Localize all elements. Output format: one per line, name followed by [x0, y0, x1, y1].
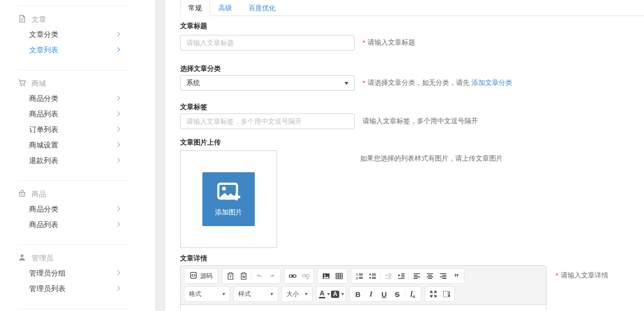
- bold-icon: B: [355, 291, 361, 298]
- editor-content-area[interactable]: [181, 304, 546, 311]
- toolbar-separator: [405, 290, 405, 298]
- dropdown-caret-icon: [341, 293, 344, 297]
- add-image-button[interactable]: 添加图片: [202, 172, 255, 226]
- remove-format-button[interactable]: Ix: [406, 288, 419, 300]
- sidebar-section-label: 管理员: [32, 254, 53, 263]
- select-caret-icon: [345, 82, 348, 87]
- insert-image-button[interactable]: [319, 270, 332, 282]
- sidebar-section-admin: 管理员 管理员分组 管理员列表: [0, 245, 155, 303]
- tab-general[interactable]: 常规: [180, 0, 210, 16]
- sidebar-item-article-category[interactable]: 文章分类: [0, 27, 155, 42]
- dropdown-caret-icon: [270, 293, 273, 297]
- svg-text:1: 1: [356, 273, 358, 276]
- underline-button[interactable]: U: [378, 288, 391, 300]
- chevron-right-icon: [116, 270, 120, 275]
- add-image-icon: [217, 182, 240, 204]
- styles-dropdown[interactable]: 样式: [233, 286, 278, 302]
- sidebar-section-system: 系统 基本信息: [0, 309, 155, 311]
- tab-advanced[interactable]: 高级: [210, 0, 240, 16]
- required-asterisk: *: [363, 39, 365, 47]
- indent-button[interactable]: [395, 270, 408, 282]
- sidebar-item-article-list[interactable]: 文章列表: [0, 42, 155, 58]
- sidebar-section-article-header: 文章: [0, 12, 155, 27]
- category-select[interactable]: 系统: [180, 75, 355, 91]
- chevron-right-icon: [116, 127, 120, 131]
- sidebar-section-label: 商品: [32, 190, 46, 199]
- chevron-right-icon: [116, 111, 120, 116]
- sidebar-section-mall: 商城 商品分类 商品列表 订单列表 商城设置 退款列表: [0, 70, 155, 175]
- blockquote-button[interactable]: ”: [449, 270, 462, 282]
- outdent-button[interactable]: [381, 270, 395, 282]
- article-icon: [18, 15, 26, 24]
- svg-text:2: 2: [356, 277, 358, 280]
- ordered-list-button[interactable]: 12: [353, 270, 366, 282]
- category-hint: * 请选择文章分类，如无分类，请先 添加文章分类: [363, 79, 512, 87]
- paste-word-button[interactable]: W: [237, 270, 250, 282]
- italic-button[interactable]: I: [364, 288, 378, 300]
- strikethrough-button[interactable]: S: [391, 288, 404, 300]
- sidebar-section-goods-header: 商品: [0, 187, 155, 201]
- chevron-right-icon: [116, 206, 120, 211]
- source-button[interactable]: 源码: [186, 270, 216, 282]
- required-asterisk: *: [556, 272, 558, 279]
- tags-hint: 请输入文章标签，多个用中文逗号隔开: [363, 117, 478, 126]
- align-right-button[interactable]: [436, 270, 449, 282]
- chevron-right-icon: [116, 222, 120, 227]
- editor-toolbar-row-2: 格式 样式 大小 A: [184, 286, 543, 302]
- bulleted-list-button[interactable]: [366, 270, 379, 282]
- sidebar-section-mall-header: 商城: [0, 76, 155, 91]
- sidebar-item-product-category[interactable]: 商品分类: [0, 201, 155, 217]
- tab-baidu-seo[interactable]: 百度优化: [240, 0, 284, 16]
- tabbar: 常规 高级 百度优化: [180, 0, 644, 16]
- sidebar-content-divider: [155, 0, 165, 311]
- blockquote-icon: ”: [454, 272, 458, 280]
- tags-input[interactable]: [180, 114, 355, 129]
- sidebar-item-order-list[interactable]: 订单列表: [0, 122, 155, 137]
- sidebar: 文章 文章分类 文章列表 商城 商品分类 商品列表 订单列表 商城设置: [0, 0, 155, 311]
- align-left-button[interactable]: [410, 270, 423, 282]
- cart-icon: [18, 79, 26, 88]
- show-blocks-button[interactable]: [440, 288, 453, 300]
- bold-button[interactable]: B: [351, 288, 364, 300]
- paste-text-button[interactable]: T: [224, 270, 237, 282]
- chevron-right-icon: [116, 286, 120, 291]
- svg-text:W: W: [242, 275, 245, 278]
- background-color-button[interactable]: A: [331, 288, 344, 300]
- redo-button[interactable]: [265, 270, 279, 282]
- sidebar-item-refund-list[interactable]: 退款列表: [0, 153, 155, 168]
- rich-text-editor: 源码 T W: [180, 265, 546, 311]
- align-center-button[interactable]: [423, 270, 436, 282]
- add-category-link[interactable]: 添加文章分类: [471, 79, 512, 87]
- article-form: 文章标题 * 请输入文章标题 选择文章分类 系统 * 请选择文章分类，如无分类，…: [165, 22, 644, 311]
- sidebar-item-goods-list[interactable]: 商品列表: [0, 106, 155, 122]
- title-hint: * 请输入文章标题: [363, 38, 415, 47]
- toolbar-separator: [380, 272, 380, 280]
- underline-icon: U: [381, 291, 387, 298]
- unlink-button[interactable]: [299, 270, 312, 282]
- title-input[interactable]: [180, 35, 355, 50]
- detail-hint: * 请输入文章详情: [556, 271, 608, 280]
- sidebar-section-label: 商城: [32, 79, 46, 88]
- maximize-button[interactable]: [427, 288, 440, 300]
- remove-format-icon: Ix: [410, 290, 415, 299]
- size-dropdown[interactable]: 大小: [281, 286, 313, 302]
- title-label: 文章标题: [180, 22, 644, 29]
- source-button-label: 源码: [200, 272, 213, 280]
- sidebar-item-goods-category[interactable]: 商品分类: [0, 91, 155, 106]
- link-button[interactable]: [286, 270, 299, 282]
- sidebar-item-admin-group[interactable]: 管理员分组: [0, 265, 155, 281]
- dropdown-caret-icon: [222, 293, 225, 297]
- detail-label: 文章详情: [180, 255, 644, 262]
- format-dropdown[interactable]: 格式: [184, 286, 230, 302]
- sidebar-item-admin-list[interactable]: 管理员列表: [0, 281, 155, 296]
- insert-table-button[interactable]: [332, 270, 346, 282]
- user-icon: [18, 253, 26, 263]
- toolbar-separator: [409, 272, 409, 280]
- sidebar-section-goods: 商品 商品分类 商品列表: [0, 180, 155, 239]
- italic-icon: I: [370, 291, 373, 298]
- sidebar-item-mall-settings[interactable]: 商城设置: [0, 137, 155, 153]
- main-content: 常规 高级 百度优化 文章标题 * 请输入文章标题 选择文章分类 系统 * 请选…: [165, 0, 644, 311]
- undo-button[interactable]: [252, 270, 265, 282]
- sidebar-item-product-list[interactable]: 商品列表: [0, 217, 155, 232]
- text-color-button[interactable]: A: [318, 288, 331, 300]
